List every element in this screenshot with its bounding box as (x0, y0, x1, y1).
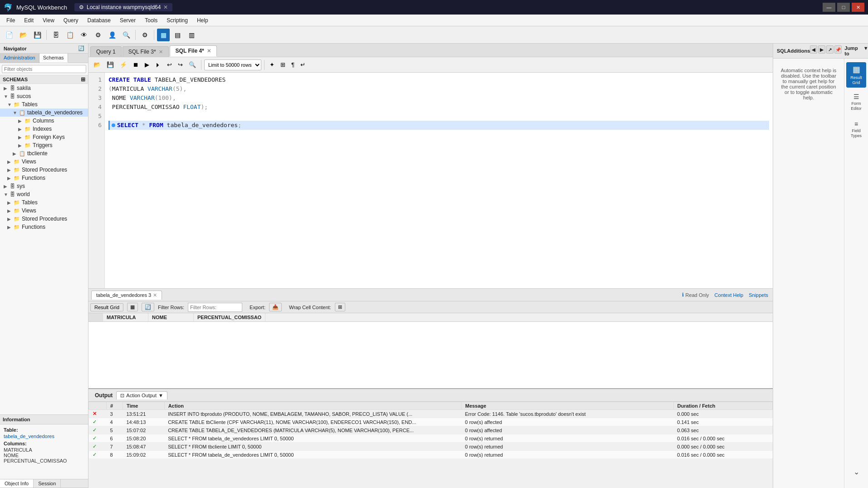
search-ed-button[interactable]: 🔍 (186, 59, 198, 71)
jump-dropdown[interactable]: ▼ (863, 45, 868, 56)
new-proc-button[interactable]: ⚙ (92, 29, 104, 41)
beautify-button[interactable]: ✦ (267, 59, 277, 71)
code-area[interactable]: CREATE TABLE TABELA_DE_VENDEDORES (MATRI… (105, 73, 773, 288)
tab-object-info[interactable]: Object Info (0, 479, 34, 488)
tabela-columns[interactable]: ▶ 📁 Columns (0, 117, 88, 125)
result-tab-close[interactable]: ✕ (153, 292, 157, 298)
new-view-button[interactable]: 👁 (78, 29, 90, 41)
minimize-button[interactable]: — (823, 3, 835, 12)
sucos-views[interactable]: ▶ 📁 Views (0, 158, 88, 166)
word-wrap-button[interactable]: ↵ (298, 59, 308, 71)
tab-session[interactable]: Session (34, 479, 61, 488)
world-stored-procs[interactable]: ▶ 📁 Stored Procedures (0, 215, 88, 223)
close-sql-file3[interactable]: ✕ (159, 49, 163, 55)
tab-schemas[interactable]: Schemas (39, 54, 68, 63)
close-button[interactable]: ✕ (852, 3, 864, 12)
result-grid-icon-btn[interactable]: ▦ ResultGrid (846, 62, 866, 88)
instance-close[interactable]: ✕ (163, 4, 168, 10)
table-tabela-de-vendedores[interactable]: ▼ 📋 tabela_de_vendedores (0, 108, 88, 117)
tabela-indexes[interactable]: ▶ 📁 Indexes (0, 125, 88, 133)
menu-query[interactable]: Query (59, 16, 83, 25)
world-functions[interactable]: ▶ 📁 Functions (0, 223, 88, 231)
output-row-time: 15:08:20 (123, 434, 164, 443)
settings-button[interactable]: ⚙ (138, 29, 151, 41)
sucos-tables[interactable]: ▼ 📁 Tables (0, 100, 88, 108)
nav-next[interactable]: ▶ (818, 45, 825, 54)
close-sql-file4[interactable]: ✕ (207, 48, 211, 54)
filter-rows-input[interactable] (188, 303, 242, 312)
schema-sucos[interactable]: ▼ 🗄 sucos (0, 92, 88, 100)
tab-query1[interactable]: Query 1 (90, 46, 122, 57)
execute-current-button[interactable]: ▶ (142, 59, 152, 71)
save-file-ed-button[interactable]: 💾 (104, 59, 116, 71)
execute-button[interactable]: ⚡ (118, 59, 129, 71)
filter-input[interactable] (2, 65, 86, 73)
tab-administration[interactable]: Administration (0, 54, 39, 63)
form-editor-icon-btn[interactable]: ☰ FormEditor (846, 89, 866, 115)
icon-triggers: 📁 (25, 143, 31, 148)
instance-tab[interactable]: ⚙ Local instance wampmysqld64 ✕ (74, 3, 172, 11)
sidebar-refresh-icon[interactable]: 🔄 (78, 45, 84, 51)
tab-sql-file3[interactable]: SQL File 3* ✕ (123, 46, 169, 57)
world-tables[interactable]: ▶ 📁 Tables (0, 198, 88, 207)
redo-button[interactable]: ↪ (176, 59, 185, 71)
invisible-chars-button[interactable]: ¶ (289, 59, 297, 71)
tab-sql-file4[interactable]: SQL File 4* ✕ (170, 45, 217, 57)
down-arrow-btn[interactable]: ⌄ (846, 459, 866, 484)
context-help-tab[interactable]: Context Help (715, 292, 744, 298)
output-row: ✓715:08:47SELECT * FROM tbcliente LIMIT … (89, 443, 773, 451)
world-views[interactable]: ▶ 📁 Views (0, 207, 88, 215)
stop-button[interactable]: ⏹ (131, 59, 141, 71)
field-types-icon-btn[interactable]: ≡ FieldTypes (846, 117, 866, 142)
nav-prev[interactable]: ◀ (810, 45, 817, 54)
sidebar-header: Navigator 🔄 (0, 44, 88, 54)
tabela-triggers[interactable]: ▶ 📁 Triggers (0, 141, 88, 149)
undo-button[interactable]: ↩ (165, 59, 174, 71)
new-user-button[interactable]: 👤 (106, 29, 118, 41)
sucos-functions[interactable]: ▶ 📁 Functions (0, 174, 88, 182)
menu-scripting[interactable]: Scripting (162, 16, 192, 25)
menu-help[interactable]: Help (192, 16, 213, 25)
refresh-button[interactable]: 🔄 (142, 303, 154, 311)
execute-selection-button[interactable]: ⏵ (153, 59, 163, 71)
view-toggle-2[interactable]: ▤ (171, 29, 184, 41)
wrap-button[interactable]: ⊞ (335, 303, 345, 311)
snippets-tab[interactable]: Snippets (749, 292, 768, 298)
open-file-ed-button[interactable]: 📂 (91, 59, 103, 71)
schemas-icon[interactable]: ⊞ (81, 76, 85, 83)
nav-pin[interactable]: 📌 (834, 45, 842, 54)
save-button[interactable]: 💾 (31, 29, 44, 41)
col-header-percentual: PERCENTUAL_COMISSAO (194, 313, 265, 321)
menu-tools[interactable]: Tools (140, 16, 162, 25)
maximize-button[interactable]: □ (837, 3, 850, 12)
menu-database[interactable]: Database (83, 16, 115, 25)
view-toggle-3[interactable]: ▥ (185, 29, 198, 41)
new-file-button[interactable]: 📄 (3, 29, 15, 41)
schema-world[interactable]: ▼ 🗄 world (0, 190, 88, 198)
sucos-stored-procs[interactable]: ▶ 📁 Stored Procedures (0, 166, 88, 174)
output-scroll[interactable]: # Time Action Message Duration / Fetch ✕… (88, 402, 773, 488)
editor-area: 1 2 3 4 5 6 CREATE TABLE TABELA_DE_VENDE… (88, 73, 773, 288)
grid-icon-button[interactable]: ▦ (127, 303, 138, 311)
find-replace-button[interactable]: ⊞ (278, 59, 288, 71)
action-output-tab[interactable]: ⊡ Action Output ▼ (116, 391, 167, 399)
nav-jump[interactable]: ↗ (826, 45, 834, 54)
limit-select[interactable]: Limit to 50000 rows Limit to 1000 rows D… (204, 59, 261, 70)
menu-edit[interactable]: Edit (20, 16, 38, 25)
view-toggle-1[interactable]: ▦ (157, 29, 170, 41)
schema-sys[interactable]: ▶ 🗄 sys (0, 182, 88, 190)
menu-file[interactable]: File (2, 16, 20, 25)
search-button[interactable]: 🔍 (120, 29, 132, 41)
open-file-button[interactable]: 📂 (17, 29, 29, 41)
label-views: Views (22, 158, 36, 165)
menu-view[interactable]: View (38, 16, 59, 25)
export-button[interactable]: 📥 (269, 303, 282, 311)
result-tab-tabela[interactable]: tabela_de_vendedores 3 ✕ (91, 291, 162, 300)
new-schema-button[interactable]: 🗄 (49, 29, 62, 41)
menu-server[interactable]: Server (115, 16, 140, 25)
tabela-foreign-keys[interactable]: ▶ 📁 Foreign Keys (0, 133, 88, 141)
table-tbcliente[interactable]: ▶ 📋 tbcliente (0, 149, 88, 158)
new-table-button[interactable]: 📋 (64, 29, 76, 41)
result-grid-button[interactable]: Result Grid (90, 303, 123, 311)
schema-sakila[interactable]: ▶ 🗄 sakila (0, 84, 88, 92)
